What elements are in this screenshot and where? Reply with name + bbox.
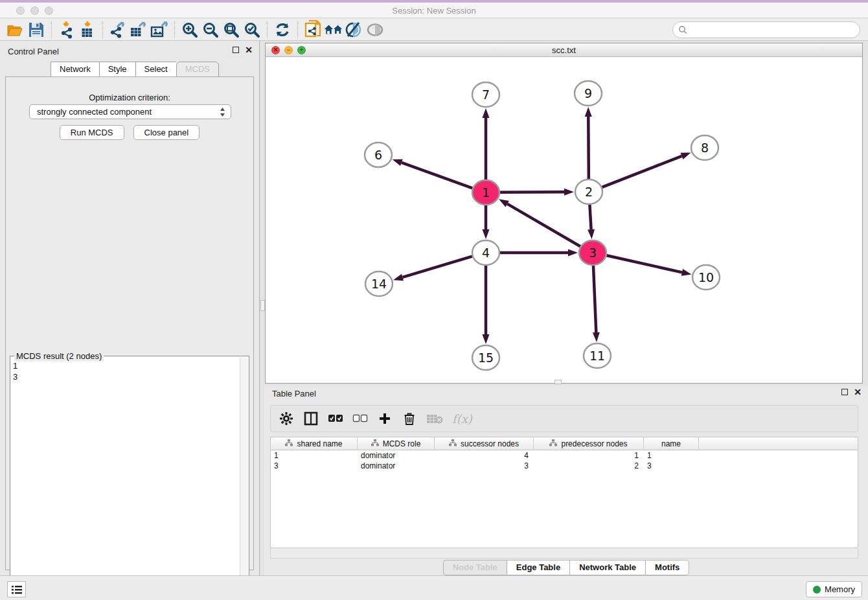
table-cell[interactable]: 4 [435,450,534,461]
close-panel-button[interactable]: Close panel [133,125,200,140]
edge-2-3[interactable] [589,205,591,229]
select-all-icon[interactable] [328,410,343,427]
table-cell[interactable]: 1 [271,450,358,461]
tab-node-table[interactable]: Node Table [443,560,507,575]
import-table-icon[interactable] [78,20,97,40]
save-session-icon[interactable] [27,20,46,40]
tab-network-table[interactable]: Network Table [569,560,645,575]
edge-arrowhead [393,159,403,166]
float-panel-icon[interactable] [233,47,239,53]
status-bar: Memory [0,575,868,600]
edge-arrowhead [499,199,509,207]
edge-1-6[interactable] [402,163,472,189]
deselect-all-icon[interactable] [352,410,368,427]
network-canvas[interactable]: 7968124314101511 [266,57,862,383]
mcds-result-title: MCDS result (2 nodes) [14,351,104,361]
vertical-splitter-handle[interactable] [260,300,265,311]
export-network-icon[interactable] [108,20,128,40]
tab-edge-table[interactable]: Edge Table [507,560,569,575]
edge-arrowhead [588,229,595,239]
control-panel: Control Panel ✕ NetworkStyleSelectMCDS O… [0,41,260,575]
column-header-successor-nodes[interactable]: successor nodes [435,437,534,450]
clone-network-icon[interactable] [303,20,323,40]
table-cell[interactable]: 3 [271,461,358,471]
column-header-name[interactable]: name [644,437,699,450]
application-window: Session: New Session Control Panel ✕ Net… [0,0,868,600]
edge-arrowhead [585,107,592,117]
edge-2-9[interactable] [588,117,589,179]
tab-style[interactable]: Style [99,62,135,77]
horizontal-splitter-handle[interactable] [554,380,562,384]
float-table-panel-icon[interactable] [841,389,848,395]
network-window-titlebar[interactable]: ✕ − + scc.txt [266,43,862,57]
column-header-MCDS-role[interactable]: MCDS role [358,437,435,450]
tab-mcds[interactable]: MCDS [176,62,219,77]
edge-4-14[interactable] [402,257,472,277]
result-scrollbar[interactable] [240,357,248,599]
export-image-icon[interactable] [150,20,169,40]
view-disabled-icon[interactable] [365,20,385,40]
toggle-panels-icon[interactable] [345,20,364,40]
table-cell[interactable]: dominator [358,461,435,471]
table-cell[interactable]: 3 [435,461,534,471]
table-cell[interactable]: dominator [358,450,435,461]
edge-1-2[interactable] [500,192,564,192]
close-panel-icon[interactable]: ✕ [245,47,253,53]
import-network-icon[interactable] [57,20,76,40]
zoom-out-icon[interactable] [201,20,220,40]
delete-table-disabled-icon [426,410,443,427]
main-toolbar [0,19,868,41]
table-cell[interactable]: 2 [534,461,644,471]
search-box[interactable] [672,21,860,38]
node-label-2: 2 [585,185,593,199]
memory-label: Memory [825,584,855,594]
list-icon [11,584,23,595]
edge-3-10[interactable] [606,255,681,272]
memory-button[interactable]: Memory [806,581,862,597]
table-cell[interactable]: 1 [534,450,644,461]
edge-2-8[interactable] [602,156,682,187]
column-type-icon [549,439,557,448]
toolbar-separator [174,21,175,38]
edge-3-11[interactable] [593,266,596,332]
search-input[interactable] [687,23,860,36]
column-header-shared-name[interactable]: shared name [271,437,358,450]
split-view-icon[interactable] [303,410,319,427]
network-view-window: ✕ − + scc.txt 7968124314101511 [265,43,863,384]
edge-3-1[interactable] [507,204,580,247]
edge-arrowhead [568,249,578,257]
node-label-8: 8 [701,141,709,155]
column-header-predecessor-nodes[interactable]: predecessor nodes [534,437,644,450]
network-window-title: scc.txt [266,45,862,55]
add-column-icon[interactable] [377,410,393,427]
settings-icon[interactable] [279,410,294,427]
network-graph[interactable]: 7968124314101511 [266,57,862,383]
mcds-result-text[interactable]: 1 3 [13,360,17,382]
table-row[interactable]: 1dominator411 [271,450,858,461]
tab-select[interactable]: Select [135,62,176,77]
table-panel: Table Panel ✕ f(x) shared nameMCDS roles… [264,386,868,575]
tab-motifs[interactable]: Motifs [645,560,689,575]
zoom-in-icon[interactable] [180,20,200,40]
run-mcds-button[interactable]: Run MCDS [60,125,124,140]
optimization-criterion-dropdown[interactable]: strongly connected component [29,104,231,119]
zoom-fit-icon[interactable] [222,20,241,40]
export-table-icon[interactable] [129,20,148,40]
table-hscrollbar[interactable] [270,548,858,559]
column-label: name [661,439,681,448]
node-label-7: 7 [482,87,490,102]
toolbar-separator [102,21,103,38]
apply-layout-icon[interactable] [273,20,292,40]
close-table-panel-icon[interactable]: ✕ [854,389,862,395]
delete-column-icon[interactable] [402,410,417,427]
table-row[interactable]: 3dominator323 [271,461,858,471]
table-cell[interactable]: 3 [644,461,699,471]
table-tabs: Node TableEdge TableNetwork TableMotifs [264,560,868,575]
table-cell[interactable]: 1 [644,450,699,461]
home-icon[interactable] [324,20,343,40]
tab-network[interactable]: Network [51,62,99,77]
zoom-selected-icon[interactable] [242,20,262,40]
open-session-icon[interactable] [6,20,25,40]
table-header-row: shared nameMCDS rolesuccessor nodesprede… [271,437,858,450]
task-history-button[interactable] [7,581,26,597]
